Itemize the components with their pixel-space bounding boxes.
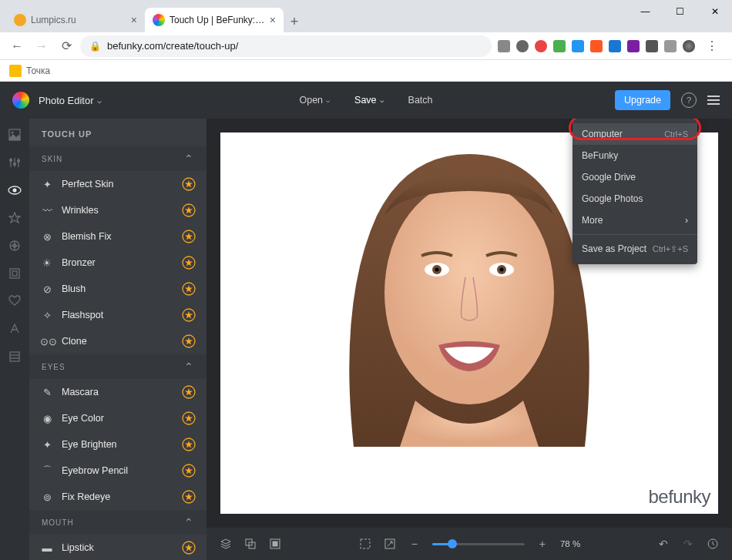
tool-item[interactable]: ✧ Flashspot [29, 302, 207, 328]
premium-star-icon [182, 230, 196, 243]
dropdown-item[interactable]: ComputerCtrl+S [573, 123, 697, 145]
ext-icon[interactable] [609, 40, 621, 52]
history-button[interactable] [706, 537, 720, 551]
ext-icon[interactable] [516, 40, 529, 52]
ext-icon[interactable] [627, 40, 640, 52]
premium-star-icon [182, 334, 196, 348]
tool-glyph-icon: ⊚ [40, 491, 54, 503]
dropdown-label: More [582, 215, 603, 226]
rail-effects-icon[interactable] [8, 211, 22, 225]
expand-icon[interactable] [383, 537, 397, 551]
dropdown-label: Google Drive [582, 172, 636, 183]
url-text: befunky.com/create/touch-up/ [107, 40, 238, 52]
help-button[interactable]: ? [681, 92, 697, 108]
reload-button[interactable]: ⟳ [55, 35, 77, 57]
rail-frames-icon[interactable] [8, 239, 22, 253]
ext-icon[interactable] [590, 40, 603, 52]
app-title-dropdown[interactable]: Photo Editor ⌵ [39, 95, 102, 106]
rail-graphics-icon[interactable] [8, 267, 22, 280]
zoom-slider[interactable] [432, 543, 525, 545]
chrome-menu-button[interactable]: ⋮ [701, 35, 723, 57]
dropdown-item[interactable]: BeFunky [573, 145, 697, 166]
fit-icon[interactable] [358, 537, 372, 551]
tool-label: Eye Color [62, 413, 104, 424]
tool-item[interactable]: ☀ Bronzer [29, 250, 207, 276]
ext-icon[interactable] [553, 40, 566, 52]
tab-close-icon[interactable]: × [131, 14, 137, 26]
section-header[interactable]: MOUTH⌃ [29, 510, 207, 535]
tool-item[interactable]: ⌒ Eyebrow Pencil [29, 458, 207, 484]
zoom-in-button[interactable]: + [536, 537, 549, 551]
ext-icon[interactable] [535, 40, 547, 52]
grid-icon[interactable] [268, 537, 282, 551]
rail-textures-icon[interactable] [8, 350, 22, 364]
ext-icon[interactable] [664, 40, 677, 52]
redo-button[interactable]: ↷ [681, 537, 695, 551]
new-tab-button[interactable]: + [284, 11, 305, 32]
minimize-button[interactable]: — [628, 0, 663, 23]
svg-point-6 [14, 163, 16, 166]
svg-point-38 [500, 268, 504, 272]
ext-icon[interactable] [498, 40, 510, 52]
tool-item[interactable]: ⊗ Blemish Fix [29, 223, 207, 250]
section-header[interactable]: EYES⌃ [29, 354, 207, 379]
tool-item[interactable]: ▬ Lipstick [29, 535, 207, 560]
forward-button[interactable]: → [31, 35, 52, 57]
bookmark-item[interactable]: Точка [26, 65, 50, 76]
app-center-menu: Open ⌵ Save ⌵ Batch [296, 90, 435, 110]
rail-touchup-icon[interactable] [8, 183, 22, 197]
tool-label: Fix Redeye [62, 491, 110, 502]
tab-strip: Lumpics.ru × Touch Up | BeFunky: Image R… [0, 6, 732, 32]
dropdown-item[interactable]: More› [573, 210, 697, 231]
tool-item[interactable]: ◉ Eye Color [29, 405, 207, 431]
undo-button[interactable]: ↶ [656, 537, 670, 551]
favicon-icon [14, 14, 26, 26]
tab-close-icon[interactable]: × [270, 14, 276, 26]
dropdown-label: Computer [582, 129, 623, 139]
premium-star-icon [182, 282, 196, 296]
dropdown-separator [573, 234, 697, 235]
app-logo-icon[interactable] [12, 92, 29, 109]
rail-text-icon[interactable] [8, 322, 22, 336]
premium-star-icon [182, 541, 196, 555]
browser-tab-lumpics[interactable]: Lumpics.ru × [6, 8, 145, 32]
zoom-percent: 78 % [560, 539, 580, 548]
tool-item[interactable]: ⊚ Fix Redeye [29, 484, 207, 510]
close-button[interactable]: ✕ [697, 0, 732, 23]
tool-item[interactable]: ✦ Eye Brighten [29, 431, 207, 458]
maximize-button[interactable]: ☐ [663, 0, 697, 23]
tool-item[interactable]: 〰 Wrinkles [29, 197, 207, 223]
dropdown-item[interactable]: Save as ProjectCtrl+⇧+S [573, 238, 697, 260]
svg-rect-15 [12, 271, 17, 276]
profile-avatar[interactable] [683, 40, 695, 52]
layers-icon[interactable] [219, 537, 233, 551]
tool-item[interactable]: ⊘ Blush [29, 276, 207, 302]
browser-tab-befunky[interactable]: Touch Up | BeFunky: Image Reto... × [145, 8, 284, 32]
batch-button[interactable]: Batch [405, 90, 436, 110]
upgrade-button[interactable]: Upgrade [615, 90, 670, 110]
section-header[interactable]: SKIN⌃ [29, 146, 207, 171]
hamburger-menu-button[interactable] [707, 96, 720, 105]
zoom-out-button[interactable]: − [408, 537, 421, 551]
rail-sliders-icon[interactable] [8, 156, 22, 169]
premium-star-icon [182, 438, 196, 451]
dropdown-item[interactable]: Google Photos [573, 188, 697, 210]
compare-icon[interactable] [243, 537, 257, 551]
tool-item[interactable]: ✦ Perfect Skin [29, 171, 207, 197]
chevron-down-icon: ⌵ [326, 96, 330, 104]
tool-label: Clone [62, 336, 87, 347]
tool-item[interactable]: ✎ Mascara [29, 379, 207, 405]
tool-item[interactable]: ⊙⊙ Clone [29, 328, 207, 354]
open-menu-button[interactable]: Open ⌵ [296, 90, 333, 110]
ext-icon[interactable] [572, 40, 584, 52]
bookmark-icon [9, 65, 22, 77]
rail-image-icon[interactable] [8, 128, 22, 142]
back-button[interactable]: ← [6, 35, 28, 57]
premium-star-icon [182, 385, 196, 399]
url-input[interactable]: 🔒 befunky.com/create/touch-up/ [80, 35, 492, 57]
premium-star-icon [182, 177, 196, 191]
rail-overlays-icon[interactable] [8, 294, 22, 308]
dropdown-item[interactable]: Google Drive [573, 166, 697, 188]
ext-icon[interactable] [646, 40, 658, 52]
save-menu-button[interactable]: Save ⌵ [351, 90, 387, 110]
